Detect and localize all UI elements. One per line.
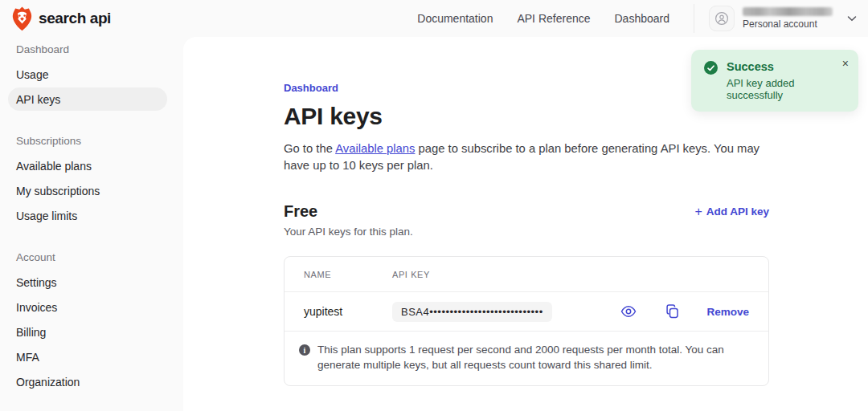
account-type-label: Personal account	[743, 18, 833, 30]
toast-title: Success	[727, 60, 847, 73]
avatar	[709, 6, 735, 31]
redacted-username	[743, 7, 833, 16]
copy-icon	[665, 304, 679, 319]
plan-subtitle: Your API keys for this plan.	[284, 226, 769, 238]
api-key-masked-value: BSA4••••••••••••••••••••••••••••	[392, 302, 552, 322]
brave-shield-icon	[11, 6, 33, 31]
nav-api-reference[interactable]: API Reference	[517, 12, 590, 25]
sidebar-item-my-subscriptions[interactable]: My subscriptions	[0, 178, 183, 203]
sidebar-item-organization[interactable]: Organization	[0, 369, 183, 394]
sidebar-item-settings[interactable]: Settings	[0, 270, 183, 295]
account-menu[interactable]: Personal account	[709, 6, 857, 31]
intro-text: Go to the Available plans page to subscr…	[284, 140, 769, 173]
sidebar-item-usage-limits[interactable]: Usage limits	[0, 203, 183, 228]
success-toast: Success API key added successfully ×	[691, 50, 858, 112]
sidebar-spacer	[0, 228, 183, 245]
add-api-key-button[interactable]: + Add API key	[694, 206, 769, 218]
api-key-name: yupitest	[304, 305, 392, 318]
sidebar-section-account: Account	[0, 245, 183, 270]
top-nav: Documentation API Reference Dashboard	[417, 12, 669, 25]
header-divider	[694, 4, 694, 33]
sidebar-section-dashboard: Dashboard	[0, 37, 183, 62]
sidebar-item-available-plans[interactable]: Available plans	[0, 153, 183, 178]
plan-limit-note: i This plan supports 1 request per secon…	[285, 332, 768, 385]
nav-dashboard[interactable]: Dashboard	[615, 12, 670, 25]
available-plans-link[interactable]: Available plans	[335, 142, 415, 155]
breadcrumb-dashboard[interactable]: Dashboard	[284, 82, 338, 94]
brand-logo[interactable]: search api	[11, 6, 111, 31]
table-row: yupitest BSA4•••••••••••••••••••••••••••…	[285, 292, 768, 332]
note-text: This plan supports 1 request per second …	[317, 343, 749, 372]
plus-icon: +	[694, 206, 702, 218]
column-api-key: API KEY	[392, 270, 430, 279]
eye-icon	[620, 305, 637, 318]
nav-documentation[interactable]: Documentation	[417, 12, 493, 25]
copy-key-button[interactable]	[664, 303, 681, 320]
top-header: search api Documentation API Reference D…	[0, 0, 868, 37]
toast-message: API key added successfully	[727, 77, 847, 101]
info-icon: i	[299, 344, 310, 356]
check-circle-icon	[704, 61, 718, 75]
sidebar-spacer	[0, 112, 183, 128]
chevron-down-icon[interactable]	[847, 15, 857, 22]
table-header: NAME API KEY	[285, 257, 768, 292]
reveal-key-button[interactable]	[619, 303, 638, 319]
sidebar: Dashboard Usage API keys Subscriptions A…	[0, 37, 183, 411]
remove-key-button[interactable]: Remove	[706, 306, 749, 318]
sidebar-item-api-keys[interactable]: API keys	[0, 87, 183, 112]
close-icon[interactable]: ×	[842, 58, 849, 69]
column-name: NAME	[304, 270, 392, 279]
sidebar-item-mfa[interactable]: MFA	[0, 344, 183, 369]
person-circle-icon	[714, 11, 729, 26]
sidebar-item-billing[interactable]: Billing	[0, 319, 183, 344]
plan-name: Free	[284, 202, 317, 221]
sidebar-section-subscriptions: Subscriptions	[0, 128, 183, 153]
api-keys-table: NAME API KEY yupitest BSA4••••••••••••••…	[284, 256, 769, 386]
sidebar-item-usage[interactable]: Usage	[0, 62, 183, 87]
brand-name: search api	[39, 10, 111, 27]
sidebar-item-invoices[interactable]: Invoices	[0, 295, 183, 319]
